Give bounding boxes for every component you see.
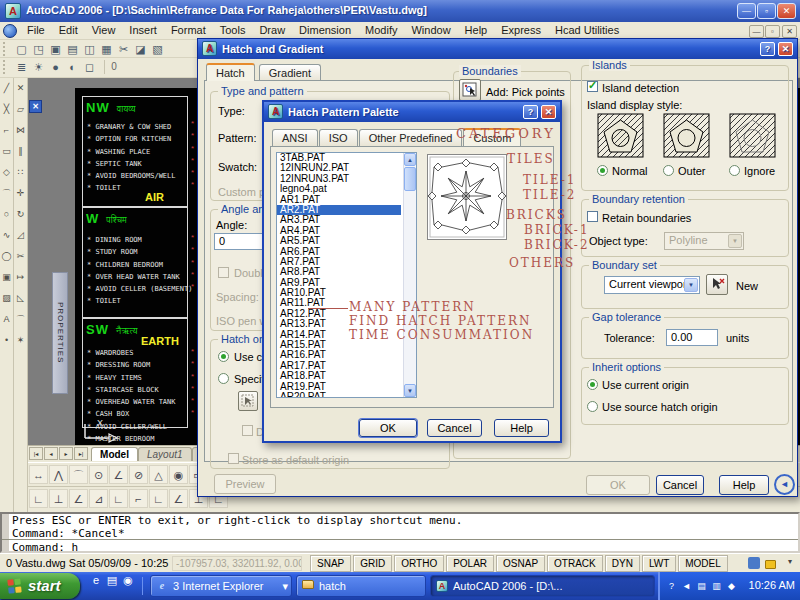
move-icon[interactable]: ✛ xyxy=(14,183,27,204)
security-shield-icon[interactable]: ◆ xyxy=(725,580,738,593)
use-current-origin-radio[interactable] xyxy=(218,351,229,362)
pattern-list-item[interactable]: AR5.PAT xyxy=(277,236,401,246)
plot-icon[interactable]: ▤ xyxy=(64,41,81,57)
scale-icon[interactable]: ◿ xyxy=(14,225,27,246)
inherit-current-origin-radio[interactable] xyxy=(587,379,598,390)
layout-tab[interactable]: Layout1 xyxy=(138,447,192,461)
layers-icon[interactable]: ≣ xyxy=(13,59,30,75)
properties-palette-bar[interactable]: PROPERTIES xyxy=(52,272,68,394)
status-toggle[interactable]: MODEL xyxy=(678,555,728,572)
show-desktop-icon[interactable]: ▤ xyxy=(104,572,120,588)
ucs-face-icon[interactable]: ⊿ xyxy=(89,489,108,508)
layout-tab[interactable]: Model xyxy=(91,447,138,461)
scroll-down-icon[interactable]: ▼ xyxy=(404,384,416,397)
default-extents-checkbox[interactable] xyxy=(242,425,253,436)
pattern-list-item[interactable]: legno4.pat xyxy=(277,184,401,194)
status-toggle[interactable]: POLAR xyxy=(446,555,494,572)
double-checkbox[interactable] xyxy=(218,267,229,278)
hatch-dialog-tab[interactable]: Gradient xyxy=(259,64,321,81)
menu-item[interactable]: Modify xyxy=(358,22,404,36)
save-icon[interactable]: ▣ xyxy=(47,41,64,57)
array-icon[interactable]: ∷ xyxy=(14,162,27,183)
hatch-tool-icon[interactable]: ▨ xyxy=(0,288,13,309)
ok-button[interactable]: OK xyxy=(586,475,650,495)
menu-item[interactable]: Help xyxy=(458,22,495,36)
layer-color-icon[interactable]: ◻ xyxy=(81,59,98,75)
scrollbar-thumb[interactable] xyxy=(404,167,416,191)
polygon-icon[interactable]: ◇ xyxy=(0,162,13,183)
doc-restore-button[interactable]: ▫ xyxy=(765,25,780,38)
toolbar-close-icon[interactable]: ✕ xyxy=(29,100,42,113)
palette-title-bar[interactable]: A Hatch Pattern Palette ? ✕ xyxy=(264,102,560,122)
spline-icon[interactable]: ∿ xyxy=(0,225,13,246)
menu-item[interactable]: Window xyxy=(404,22,457,36)
communication-icon[interactable] xyxy=(748,557,760,569)
dialog-title-bar[interactable]: A Hatch and Gradient ? ✕ xyxy=(198,39,797,59)
status-toggle[interactable]: GRID xyxy=(353,555,392,572)
ucs-view-icon[interactable]: ∟ xyxy=(109,489,128,508)
status-toggle[interactable]: SNAP xyxy=(310,555,351,572)
island-detection-checkbox[interactable] xyxy=(587,81,598,92)
dialog-close-button[interactable]: ✕ xyxy=(778,42,793,56)
ie-quicklaunch-icon[interactable]: e xyxy=(88,572,104,588)
menu-item[interactable]: View xyxy=(85,22,123,36)
ucs-previous-icon[interactable]: ⊥ xyxy=(49,489,68,508)
menu-item[interactable]: Format xyxy=(164,22,213,36)
palette-tab[interactable]: ISO xyxy=(319,129,358,146)
scroll-up-icon[interactable]: ▲ xyxy=(404,153,416,166)
hatch-dialog-tab[interactable]: Hatch xyxy=(206,63,255,81)
retain-boundaries-checkbox[interactable] xyxy=(587,211,598,222)
trim-icon[interactable]: ✂ xyxy=(14,246,27,267)
status-toggle[interactable]: LWT xyxy=(642,555,676,572)
doc-minimize-button[interactable]: — xyxy=(749,25,764,38)
ellipse-icon[interactable]: ◯ xyxy=(0,246,13,267)
rotate-icon[interactable]: ↻ xyxy=(14,204,27,225)
menu-app-icon[interactable] xyxy=(3,24,17,38)
dim-radius-icon[interactable]: ⊙ xyxy=(89,465,108,484)
doc-close-button[interactable]: ✕ xyxy=(782,25,797,38)
palette-ok-button[interactable]: OK xyxy=(359,419,417,437)
hidden-icons-icon[interactable]: ◄ xyxy=(680,580,693,593)
inherit-source-origin-radio[interactable] xyxy=(587,401,598,412)
status-toggle[interactable]: OTRACK xyxy=(547,555,603,572)
menu-item[interactable]: Draw xyxy=(252,22,292,36)
ucs-world-icon[interactable]: ∟ xyxy=(29,489,48,508)
dialog-help-button[interactable]: ? xyxy=(760,42,775,56)
dim-diameter-icon[interactable]: ⊘ xyxy=(129,465,148,484)
polyline-icon[interactable]: ⌐ xyxy=(0,120,13,141)
rectangle-icon[interactable]: ▭ xyxy=(0,141,13,162)
help-button[interactable]: Help xyxy=(719,475,769,495)
mirror-icon[interactable]: ⋈ xyxy=(14,120,27,141)
menu-item[interactable]: Insert xyxy=(122,22,164,36)
xline-icon[interactable]: ╳ xyxy=(0,99,13,120)
text-icon[interactable]: A xyxy=(0,309,13,330)
store-default-checkbox[interactable] xyxy=(228,453,239,464)
open-icon[interactable]: ◳ xyxy=(30,41,47,57)
task-hatch-folder[interactable]: hatch xyxy=(296,575,426,597)
layout-nav-button[interactable]: |◂ xyxy=(29,447,43,460)
palette-cancel-button[interactable]: Cancel xyxy=(427,419,482,437)
copy-icon[interactable]: ◪ xyxy=(132,41,149,57)
point-icon[interactable]: • xyxy=(0,330,13,351)
tray-arrow-icon[interactable]: ▾ xyxy=(788,557,792,566)
specified-origin-radio[interactable] xyxy=(218,373,229,384)
new-boundary-set-button[interactable] xyxy=(706,274,728,295)
add-pick-points-button[interactable] xyxy=(459,79,481,101)
island-normal-swatch[interactable] xyxy=(597,113,645,161)
island-outer-radio[interactable] xyxy=(663,165,674,176)
command-window-gutter[interactable] xyxy=(2,514,9,551)
command-splitter[interactable] xyxy=(2,539,798,540)
menu-item[interactable]: Tools xyxy=(213,22,253,36)
paste-icon[interactable]: ▧ xyxy=(149,41,166,57)
menu-item[interactable]: Dimension xyxy=(292,22,358,36)
menu-item[interactable]: Express xyxy=(494,22,548,36)
network-tray-icon[interactable]: ▥ xyxy=(710,580,723,593)
pick-origin-button[interactable] xyxy=(238,391,258,411)
menu-item[interactable]: Edit xyxy=(52,22,85,36)
erase-icon[interactable]: ✕ xyxy=(14,78,27,99)
palette-close-button[interactable]: ✕ xyxy=(541,105,556,119)
palette-help-button2[interactable]: Help xyxy=(494,419,549,437)
insert-block-icon[interactable]: ▣ xyxy=(0,267,13,288)
layer-on-icon[interactable]: ☀ xyxy=(30,59,47,75)
copy-object-icon[interactable]: ▱ xyxy=(14,99,27,120)
